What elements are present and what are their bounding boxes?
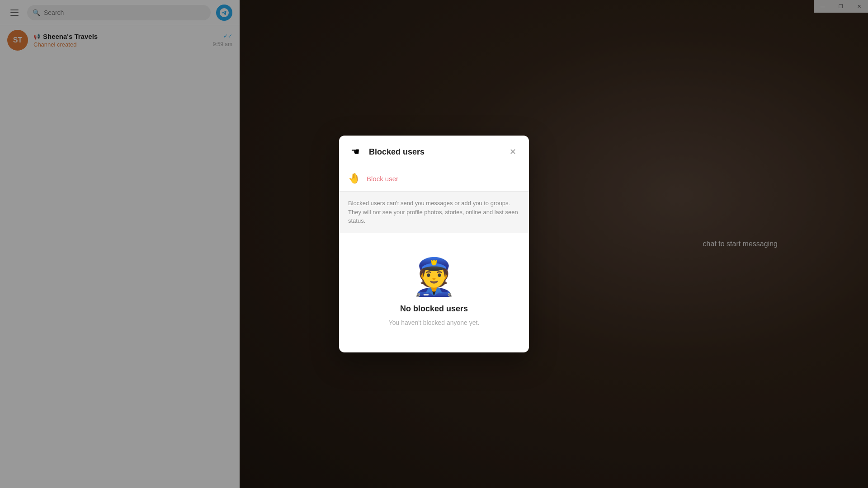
empty-state: 👮 No blocked users You haven't blocked a… xyxy=(339,233,529,353)
dialog-title: Blocked users xyxy=(369,147,499,157)
block-user-button[interactable]: 🤚 Block user xyxy=(339,166,529,191)
blocked-users-dialog: ☚ Blocked users ✕ 🤚 Block user Blocked u… xyxy=(339,136,529,352)
empty-state-title: No blocked users xyxy=(400,304,468,314)
empty-state-subtitle: You haven't blocked anyone yet. xyxy=(389,319,480,326)
dialog-close-button[interactable]: ✕ xyxy=(505,145,520,159)
block-user-label: Block user xyxy=(367,175,398,183)
dialog-header: ☚ Blocked users ✕ xyxy=(339,136,529,166)
block-hand-icon: 🤚 xyxy=(348,173,360,184)
info-text: Blocked users can't send you messages or… xyxy=(348,199,520,225)
police-officer-emoji: 👮 xyxy=(411,259,457,295)
modal-overlay: ☚ Blocked users ✕ 🤚 Block user Blocked u… xyxy=(0,0,868,488)
back-hand-icon[interactable]: ☚ xyxy=(348,145,363,159)
info-section: Blocked users can't send you messages or… xyxy=(339,191,529,233)
